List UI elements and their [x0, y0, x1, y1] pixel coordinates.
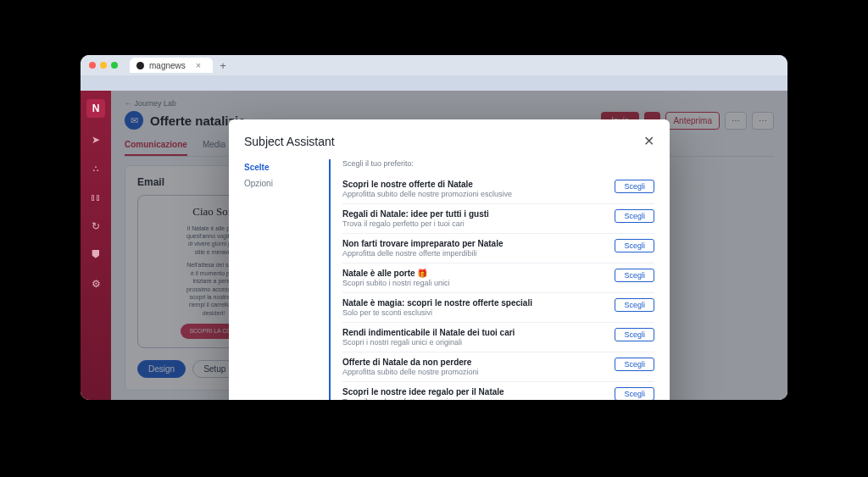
modal-hint: Scegli il tuo preferito:: [342, 159, 654, 168]
suggestion-subtitle: Scopri subito i nostri regali unici: [342, 279, 450, 287]
suggestion-title: Regali di Natale: idee per tutti i gusti: [342, 209, 489, 219]
suggestion-subtitle: Solo per te sconti esclusivi: [342, 308, 532, 317]
shield-icon[interactable]: ⛊: [89, 248, 103, 262]
choose-button[interactable]: Scegli: [615, 298, 654, 312]
suggestion-row: Scopri le nostre idee regalo per il Nata…: [342, 382, 654, 400]
suggestion-row: Natale è magia: scopri le nostre offerte…: [342, 293, 654, 323]
side-item-opzioni[interactable]: Opzioni: [244, 175, 312, 191]
minimize-window-icon[interactable]: [100, 62, 107, 69]
choose-button[interactable]: Scegli: [615, 387, 654, 400]
address-bar[interactable]: [81, 75, 787, 91]
history-icon[interactable]: ↻: [89, 219, 103, 233]
side-item-scelte[interactable]: Scelte: [244, 159, 312, 175]
settings-icon[interactable]: ⚙: [89, 277, 103, 291]
choose-button[interactable]: Scegli: [615, 358, 654, 371]
main-area: ← Journey Lab ✉ Offerte natalizie Invia …: [111, 91, 787, 400]
modal-title: Subject Assistant: [244, 135, 335, 148]
new-tab-icon[interactable]: +: [220, 59, 226, 72]
choose-button[interactable]: Scegli: [615, 209, 654, 223]
choose-button[interactable]: Scegli: [615, 269, 654, 282]
suggestion-subtitle: Approfitta subito delle nostre promozion…: [342, 368, 479, 376]
close-icon[interactable]: ✕: [643, 133, 654, 149]
app-sidebar: N ➤ ⛬ ⫾⫾ ↻ ⛊ ⚙: [81, 91, 111, 400]
suggestion-title: Offerte di Natale da non perdere: [342, 358, 479, 367]
app-logo-icon[interactable]: N: [86, 99, 105, 118]
modal-side-nav: Scelte Opzioni: [244, 159, 312, 400]
choose-button[interactable]: Scegli: [615, 328, 654, 341]
modal-main: Scegli il tuo preferito: Scopri le nostr…: [329, 159, 654, 400]
app-root: N ➤ ⛬ ⫾⫾ ↻ ⛊ ⚙ ← Journey Lab ✉ Offerte n…: [81, 91, 787, 400]
window-controls[interactable]: [89, 62, 118, 69]
analytics-icon[interactable]: ⫾⫾: [89, 191, 103, 204]
favicon-icon: [136, 62, 144, 69]
suggestion-title: Natale è alle porte 🎁: [342, 269, 450, 278]
suggestion-title: Non farti trovare impreparato per Natale: [342, 239, 504, 248]
suggestion-row: Offerte di Natale da non perdereApprofit…: [342, 352, 654, 382]
modal-overlay[interactable]: Subject Assistant ✕ Scelte Opzioni Scegl…: [111, 91, 787, 400]
suggestion-row: Rendi indimenticabile il Natale dei tuoi…: [342, 323, 654, 352]
choose-button[interactable]: Scegli: [615, 239, 654, 252]
suggestion-row: Regali di Natale: idee per tutti i gusti…: [342, 204, 654, 234]
send-icon[interactable]: ➤: [89, 133, 103, 147]
suggestion-row: Non farti trovare impreparato per Natale…: [342, 234, 654, 263]
people-icon[interactable]: ⛬: [89, 162, 103, 175]
suggestion-title: Scopri le nostre idee regalo per il Nata…: [342, 387, 504, 397]
suggestion-title: Scopri le nostre offerte di Natale: [342, 180, 512, 189]
suggestion-subtitle: Trova il regalo perfetto per i tuoi cari: [342, 219, 489, 228]
subject-assistant-modal: Subject Assistant ✕ Scelte Opzioni Scegl…: [229, 119, 670, 400]
close-window-icon[interactable]: [89, 62, 96, 69]
suggestion-title: Natale è magia: scopri le nostre offerte…: [342, 298, 532, 308]
browser-chrome: magnews × +: [81, 55, 787, 75]
suggestion-subtitle: Approfitta delle nostre offerte imperdib…: [342, 249, 504, 258]
browser-window: magnews × + N ➤ ⛬ ⫾⫾ ↻ ⛊ ⚙ ← Journey Lab…: [81, 55, 787, 400]
suggestion-subtitle: Approfitta subito delle nostre promozion…: [342, 190, 512, 198]
tab-close-icon[interactable]: ×: [196, 60, 201, 70]
suggestion-title: Rendi indimenticabile il Natale dei tuoi…: [342, 328, 515, 337]
suggestion-row: Scopri le nostre offerte di NataleApprof…: [342, 175, 654, 204]
suggestion-subtitle: Scopri i nostri regali unici e originali: [342, 338, 515, 347]
tab-title: magnews: [149, 61, 186, 70]
suggestion-subtitle: Trova il regalo perfetto per ogni occasi…: [342, 397, 504, 400]
browser-tab[interactable]: magnews ×: [130, 58, 213, 73]
maximize-window-icon[interactable]: [111, 62, 118, 69]
suggestion-row: Natale è alle porte 🎁Scopri subito i nos…: [342, 263, 654, 293]
suggestion-list: Scopri le nostre offerte di NataleApprof…: [342, 175, 654, 400]
choose-button[interactable]: Scegli: [615, 180, 654, 193]
